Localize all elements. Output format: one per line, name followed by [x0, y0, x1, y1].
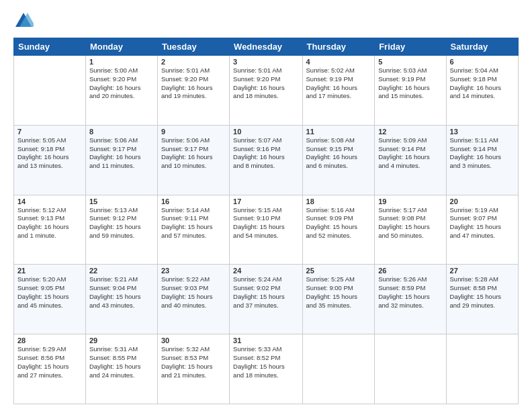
calendar-cell: 20Sunrise: 5:19 AM Sunset: 9:07 PM Dayli…	[446, 195, 518, 265]
day-number: 2	[161, 58, 226, 66]
calendar-cell	[302, 334, 375, 404]
day-info: Sunrise: 5:08 AM Sunset: 9:15 PM Dayligh…	[306, 136, 371, 171]
day-number: 22	[89, 267, 154, 275]
day-info: Sunrise: 5:06 AM Sunset: 9:17 PM Dayligh…	[161, 136, 226, 171]
day-number: 5	[378, 58, 442, 66]
calendar-cell: 7Sunrise: 5:05 AM Sunset: 9:18 PM Daylig…	[14, 125, 86, 195]
calendar-cell: 22Sunrise: 5:21 AM Sunset: 9:04 PM Dayli…	[85, 265, 157, 334]
calendar-week-1: 7Sunrise: 5:05 AM Sunset: 9:18 PM Daylig…	[14, 125, 519, 195]
calendar-cell: 23Sunrise: 5:22 AM Sunset: 9:03 PM Dayli…	[157, 265, 229, 334]
calendar-cell: 2Sunrise: 5:01 AM Sunset: 9:20 PM Daylig…	[157, 56, 229, 126]
day-info: Sunrise: 5:28 AM Sunset: 8:58 PM Dayligh…	[450, 275, 515, 310]
calendar-cell	[446, 334, 518, 404]
day-info: Sunrise: 5:07 AM Sunset: 9:16 PM Dayligh…	[233, 136, 298, 171]
day-number: 20	[450, 197, 515, 205]
day-number: 18	[306, 197, 371, 205]
calendar-header-monday: Monday	[85, 38, 157, 56]
calendar-cell: 18Sunrise: 5:16 AM Sunset: 9:09 PM Dayli…	[302, 195, 375, 265]
calendar-cell: 31Sunrise: 5:33 AM Sunset: 8:52 PM Dayli…	[230, 334, 302, 404]
calendar-cell	[14, 56, 86, 126]
day-number: 12	[378, 128, 442, 136]
day-number: 10	[233, 128, 298, 136]
day-number: 1	[89, 58, 154, 66]
day-info: Sunrise: 5:13 AM Sunset: 9:12 PM Dayligh…	[89, 206, 154, 240]
day-number: 15	[89, 197, 154, 205]
day-info: Sunrise: 5:00 AM Sunset: 9:20 PM Dayligh…	[89, 66, 154, 101]
calendar-cell	[375, 334, 446, 404]
day-info: Sunrise: 5:33 AM Sunset: 8:52 PM Dayligh…	[233, 345, 298, 379]
calendar-header-saturday: Saturday	[446, 38, 518, 56]
day-info: Sunrise: 5:15 AM Sunset: 9:10 PM Dayligh…	[233, 206, 298, 240]
header	[13, 11, 519, 31]
day-info: Sunrise: 5:16 AM Sunset: 9:09 PM Dayligh…	[306, 206, 371, 240]
day-info: Sunrise: 5:12 AM Sunset: 9:13 PM Dayligh…	[17, 206, 82, 240]
calendar-cell: 21Sunrise: 5:20 AM Sunset: 9:05 PM Dayli…	[14, 265, 86, 334]
day-info: Sunrise: 5:11 AM Sunset: 9:14 PM Dayligh…	[450, 136, 515, 171]
day-number: 16	[161, 197, 226, 205]
calendar-cell: 15Sunrise: 5:13 AM Sunset: 9:12 PM Dayli…	[85, 195, 157, 265]
day-number: 31	[233, 336, 298, 345]
calendar-week-2: 14Sunrise: 5:12 AM Sunset: 9:13 PM Dayli…	[14, 195, 519, 265]
logo-icon	[13, 11, 34, 31]
calendar-cell: 30Sunrise: 5:32 AM Sunset: 8:53 PM Dayli…	[157, 334, 229, 404]
calendar: SundayMondayTuesdayWednesdayThursdayFrid…	[13, 38, 519, 404]
day-info: Sunrise: 5:14 AM Sunset: 9:11 PM Dayligh…	[161, 206, 226, 240]
calendar-cell: 8Sunrise: 5:06 AM Sunset: 9:17 PM Daylig…	[85, 125, 157, 195]
day-number: 25	[306, 267, 371, 275]
day-number: 21	[17, 267, 82, 275]
calendar-cell: 19Sunrise: 5:17 AM Sunset: 9:08 PM Dayli…	[375, 195, 446, 265]
day-number: 29	[89, 336, 154, 345]
day-number: 13	[450, 128, 515, 136]
calendar-cell: 3Sunrise: 5:01 AM Sunset: 9:20 PM Daylig…	[230, 56, 302, 126]
day-info: Sunrise: 5:01 AM Sunset: 9:20 PM Dayligh…	[233, 66, 298, 101]
day-info: Sunrise: 5:20 AM Sunset: 9:05 PM Dayligh…	[17, 275, 82, 310]
calendar-week-3: 21Sunrise: 5:20 AM Sunset: 9:05 PM Dayli…	[14, 265, 519, 334]
calendar-week-0: 1Sunrise: 5:00 AM Sunset: 9:20 PM Daylig…	[14, 56, 519, 126]
day-number: 30	[161, 336, 226, 345]
day-info: Sunrise: 5:01 AM Sunset: 9:20 PM Dayligh…	[161, 66, 226, 101]
calendar-cell: 13Sunrise: 5:11 AM Sunset: 9:14 PM Dayli…	[446, 125, 518, 195]
day-info: Sunrise: 5:17 AM Sunset: 9:08 PM Dayligh…	[378, 206, 442, 240]
calendar-cell: 26Sunrise: 5:26 AM Sunset: 8:59 PM Dayli…	[375, 265, 446, 334]
calendar-cell: 9Sunrise: 5:06 AM Sunset: 9:17 PM Daylig…	[157, 125, 229, 195]
day-info: Sunrise: 5:04 AM Sunset: 9:18 PM Dayligh…	[450, 66, 515, 101]
calendar-cell: 29Sunrise: 5:31 AM Sunset: 8:55 PM Dayli…	[85, 334, 157, 404]
day-number: 23	[161, 267, 226, 275]
day-number: 24	[233, 267, 298, 275]
day-number: 7	[17, 128, 82, 136]
day-info: Sunrise: 5:03 AM Sunset: 9:19 PM Dayligh…	[378, 66, 442, 101]
day-number: 11	[306, 128, 371, 136]
day-number: 28	[17, 336, 82, 345]
day-info: Sunrise: 5:25 AM Sunset: 9:00 PM Dayligh…	[306, 275, 371, 310]
logo	[13, 11, 36, 31]
calendar-cell: 17Sunrise: 5:15 AM Sunset: 9:10 PM Dayli…	[230, 195, 302, 265]
calendar-header-thursday: Thursday	[302, 38, 375, 56]
day-info: Sunrise: 5:06 AM Sunset: 9:17 PM Dayligh…	[89, 136, 154, 171]
day-info: Sunrise: 5:22 AM Sunset: 9:03 PM Dayligh…	[161, 275, 226, 310]
day-info: Sunrise: 5:26 AM Sunset: 8:59 PM Dayligh…	[378, 275, 442, 310]
day-info: Sunrise: 5:02 AM Sunset: 9:19 PM Dayligh…	[306, 66, 371, 101]
day-info: Sunrise: 5:05 AM Sunset: 9:18 PM Dayligh…	[17, 136, 82, 171]
calendar-cell: 24Sunrise: 5:24 AM Sunset: 9:02 PM Dayli…	[230, 265, 302, 334]
calendar-cell: 12Sunrise: 5:09 AM Sunset: 9:14 PM Dayli…	[375, 125, 446, 195]
day-info: Sunrise: 5:24 AM Sunset: 9:02 PM Dayligh…	[233, 275, 298, 310]
day-number: 3	[233, 58, 298, 66]
day-info: Sunrise: 5:19 AM Sunset: 9:07 PM Dayligh…	[450, 206, 515, 240]
calendar-cell: 11Sunrise: 5:08 AM Sunset: 9:15 PM Dayli…	[302, 125, 375, 195]
day-number: 17	[233, 197, 298, 205]
day-number: 9	[161, 128, 226, 136]
calendar-week-4: 28Sunrise: 5:29 AM Sunset: 8:56 PM Dayli…	[14, 334, 519, 404]
day-info: Sunrise: 5:29 AM Sunset: 8:56 PM Dayligh…	[17, 345, 82, 379]
calendar-cell: 25Sunrise: 5:25 AM Sunset: 9:00 PM Dayli…	[302, 265, 375, 334]
calendar-cell: 10Sunrise: 5:07 AM Sunset: 9:16 PM Dayli…	[230, 125, 302, 195]
page: SundayMondayTuesdayWednesdayThursdayFrid…	[0, 0, 532, 411]
day-info: Sunrise: 5:09 AM Sunset: 9:14 PM Dayligh…	[378, 136, 442, 171]
calendar-cell: 14Sunrise: 5:12 AM Sunset: 9:13 PM Dayli…	[14, 195, 86, 265]
day-number: 26	[378, 267, 442, 275]
calendar-cell: 4Sunrise: 5:02 AM Sunset: 9:19 PM Daylig…	[302, 56, 375, 126]
day-number: 14	[17, 197, 82, 205]
calendar-cell: 16Sunrise: 5:14 AM Sunset: 9:11 PM Dayli…	[157, 195, 229, 265]
day-number: 4	[306, 58, 371, 66]
day-info: Sunrise: 5:21 AM Sunset: 9:04 PM Dayligh…	[89, 275, 154, 310]
day-info: Sunrise: 5:31 AM Sunset: 8:55 PM Dayligh…	[89, 345, 154, 379]
